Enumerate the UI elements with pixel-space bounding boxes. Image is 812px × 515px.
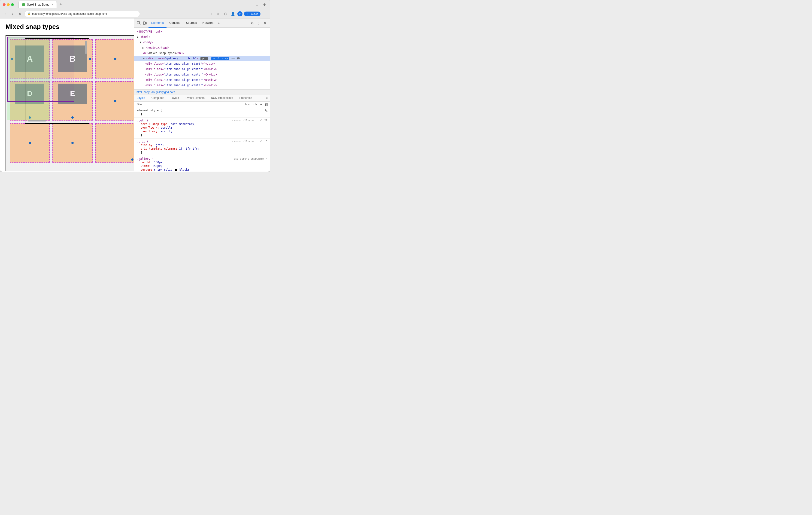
- dom-tree: <!DOCTYPE html> ▶ <html> ▼ <body> ▶ <hea…: [134, 28, 270, 90]
- add-style-rule-button[interactable]: +: [260, 103, 262, 106]
- forward-button[interactable]: ›: [10, 11, 15, 17]
- css-border-prop: border: ▶ 1px solid black;: [137, 168, 267, 172]
- toolbar-right: ⊞ ⚙: [254, 2, 267, 8]
- gallery-item-d: D: [10, 81, 50, 120]
- styles-tab-styles[interactable]: Styles: [134, 95, 148, 102]
- filter-input[interactable]: [137, 103, 242, 106]
- extensions-button[interactable]: ⊞: [254, 2, 260, 8]
- gallery-item-a: A: [10, 39, 50, 79]
- devtools-close-button[interactable]: ✕: [262, 20, 268, 26]
- css-both-close-brace: }: [137, 133, 267, 137]
- dom-child-a: <div class="item snap-align-start">A</di…: [134, 61, 270, 66]
- styles-tabs: Styles Computed Layout Event Listeners D…: [134, 95, 270, 102]
- menu-button[interactable]: ⋮: [262, 11, 268, 17]
- close-button[interactable]: [3, 3, 5, 6]
- css-overflow-y-prop: overflow-y: scroll;: [137, 130, 267, 133]
- dom-html: ▶ <html>: [134, 34, 270, 40]
- item-d-label: D: [15, 84, 44, 104]
- reload-button[interactable]: ↻: [17, 11, 23, 17]
- breadcrumb: html body div.gallery.grid.both: [134, 90, 270, 95]
- profile-extensions-button[interactable]: ⬡: [223, 11, 229, 17]
- snap-dot-f: [114, 100, 116, 102]
- css-grid-template-prop: grid-template-columns: 1fr 1fr 1fr;: [137, 147, 267, 150]
- styles-tab-event-listeners[interactable]: Event Listeners: [182, 95, 208, 102]
- devtools-panel: Elements Console Sources Network » ⚙ ⋮ ✕…: [134, 19, 270, 172]
- dom-child-e: <div class="item snap-align-center">E</d…: [134, 83, 270, 88]
- cast-button[interactable]: ⊡: [208, 11, 214, 17]
- paused-button[interactable]: ⏸ Paused: [244, 11, 261, 16]
- svg-rect-4: [145, 22, 146, 24]
- breadcrumb-div[interactable]: div.gallery.grid.both: [151, 90, 175, 94]
- border-color-swatch[interactable]: [175, 169, 177, 171]
- tab-elements[interactable]: Elements: [148, 19, 167, 28]
- grid-badge: grid: [200, 57, 208, 60]
- css-rule-grid: .grid { css-scroll-snap.html:15 display:…: [134, 139, 270, 156]
- styles-more-icon[interactable]: »: [264, 95, 270, 102]
- tab-console[interactable]: Console: [167, 19, 183, 28]
- breadcrumb-body[interactable]: body: [144, 90, 150, 94]
- tab-sources[interactable]: Sources: [183, 19, 200, 28]
- filter-cls[interactable]: .cls: [253, 103, 257, 106]
- breadcrumb-html[interactable]: html: [137, 90, 142, 94]
- tab-favicon: [22, 3, 25, 6]
- maximize-button[interactable]: [11, 3, 14, 6]
- css-both-source[interactable]: css-scroll-snap.html:29: [232, 119, 267, 122]
- browser-tab-active[interactable]: Scroll Snap Demo ✕: [19, 1, 57, 8]
- page-title: Mixed snap types: [5, 23, 128, 30]
- css-rule-element-style: element.style { AA }: [134, 107, 270, 118]
- gallery-item-e: E: [52, 81, 92, 120]
- styles-tab-properties[interactable]: Properties: [236, 95, 255, 102]
- dom-selected-div[interactable]: … ▼ <div class="gallery grid both"> grid…: [134, 56, 270, 61]
- css-overflow-x-prop: overflow-x: scroll;: [137, 126, 267, 130]
- styles-tab-dom-breakpoints[interactable]: DOM Breakpoints: [208, 95, 236, 102]
- css-both-selector: .both {: [137, 119, 149, 122]
- element-picker-icon[interactable]: [137, 21, 141, 25]
- dom-doctype: <!DOCTYPE html>: [134, 29, 270, 34]
- tab-network[interactable]: Network: [200, 19, 216, 28]
- page-content: Mixed snap types: [0, 19, 134, 172]
- devtools-more-tabs[interactable]: »: [216, 19, 221, 28]
- lock-icon: 🔒: [27, 12, 31, 15]
- new-tab-button[interactable]: +: [58, 2, 64, 7]
- device-toggle-icon[interactable]: [143, 21, 147, 25]
- dom-head: ▶ <head>…</head>: [134, 45, 270, 51]
- css-grid-selector: .grid {: [137, 140, 149, 143]
- css-grid-close-brace: }: [137, 150, 267, 154]
- dom-body: ▼ <body>: [134, 40, 270, 45]
- filter-pseudo[interactable]: :hov: [244, 103, 250, 106]
- inspect-element-button[interactable]: ◧: [265, 103, 268, 106]
- gallery-item-i: [95, 123, 134, 163]
- avatar: P: [237, 11, 242, 17]
- css-gallery-selector: .gallery {: [137, 157, 153, 161]
- filter-bar: :hov .cls + ◧: [134, 102, 270, 107]
- snap-dot-d: [29, 116, 31, 119]
- tab-close-button[interactable]: ✕: [51, 3, 53, 6]
- item-e-label: E: [58, 84, 87, 104]
- minimize-button[interactable]: [7, 3, 10, 6]
- svg-rect-3: [143, 22, 145, 25]
- item-b-label: B: [58, 46, 87, 72]
- styles-tab-layout[interactable]: Layout: [168, 95, 182, 102]
- svg-line-1: [139, 24, 140, 25]
- devtools-settings-button[interactable]: ⚙: [250, 20, 255, 26]
- devtools-more-button[interactable]: ⋮: [256, 20, 261, 26]
- dom-child-b: <div class="item snap-align-center">B</d…: [134, 66, 270, 72]
- browser-window: Scroll Snap Demo ✕ + ⊞ ⚙ ‹ › ↻ 🔒 mathias…: [0, 0, 270, 172]
- svg-rect-0: [137, 22, 140, 24]
- back-button[interactable]: ‹: [2, 11, 8, 17]
- styles-tab-computed[interactable]: Computed: [148, 95, 168, 102]
- css-display-grid-prop: display: grid;: [137, 143, 267, 147]
- css-gallery-source[interactable]: css-scroll-snap.html:4: [234, 157, 267, 161]
- gallery-item-g: [10, 123, 50, 163]
- traffic-lights: [3, 3, 14, 6]
- tab-title: Scroll Snap Demo: [27, 3, 50, 6]
- dom-child-d: <div class="item snap-align-center">D</d…: [134, 77, 270, 83]
- url-bar[interactable]: 🔒 mathiasbynens.github.io/css-dbg-storie…: [25, 10, 140, 17]
- demo-container[interactable]: A B D: [5, 35, 134, 171]
- devtools-tabs: Elements Console Sources Network »: [148, 19, 248, 28]
- sync-button[interactable]: 👤: [230, 11, 236, 17]
- settings-button[interactable]: ⚙: [261, 2, 267, 8]
- gallery-item-b: B: [52, 39, 92, 79]
- bookmarks-button[interactable]: ☆: [215, 11, 221, 17]
- css-grid-source[interactable]: css-scroll-snap.html:15: [232, 140, 267, 143]
